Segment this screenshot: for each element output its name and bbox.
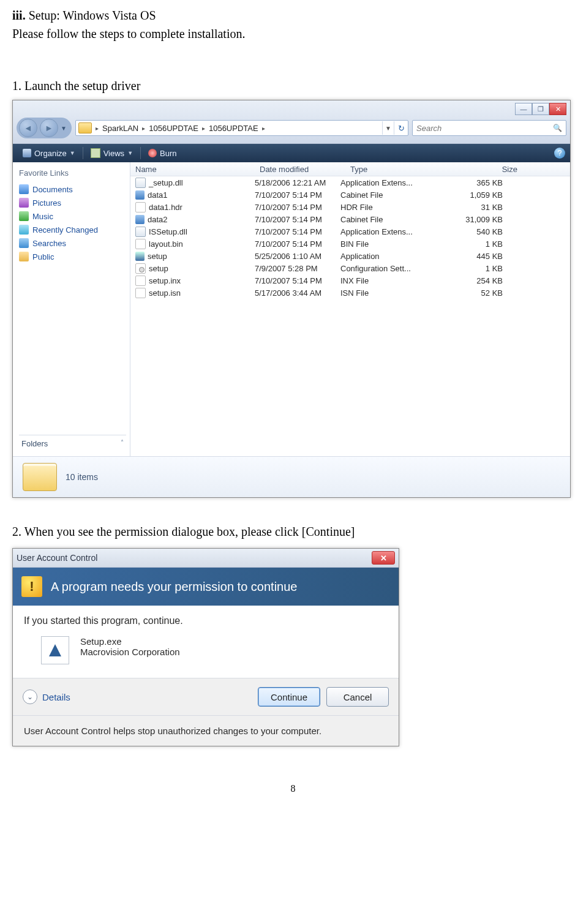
col-type[interactable]: Type xyxy=(345,165,445,174)
minimize-button[interactable]: — xyxy=(515,103,532,115)
file-date: 5/25/2006 1:10 AM xyxy=(255,252,340,261)
organize-button[interactable]: Organize ▼ xyxy=(18,149,80,158)
nav-buttons: ◄ ► ▼ xyxy=(17,118,72,138)
file-icon xyxy=(135,202,146,212)
details-label: Details xyxy=(42,692,70,702)
breadcrumb-item[interactable]: 1056UPDTAE xyxy=(206,124,261,133)
breadcrumb-item[interactable]: SparkLAN xyxy=(100,124,141,133)
close-button[interactable]: ✕ xyxy=(549,103,566,115)
file-name: data1 xyxy=(148,190,168,200)
chevron-right-icon: ▸ xyxy=(201,125,206,132)
window-controls: — ❐ ✕ xyxy=(17,103,566,115)
favorite-pictures[interactable]: Pictures xyxy=(19,196,126,209)
item-count: 10 items xyxy=(66,472,98,482)
heading-rest: Setup: Windows Vista OS xyxy=(26,9,156,22)
file-row[interactable]: setup5/25/2006 1:10 AMApplication445 KB xyxy=(130,250,570,262)
file-row[interactable]: setup.inx7/10/2007 5:14 PMINX File254 KB xyxy=(130,274,570,287)
uac-banner-text: A program needs your permission to conti… xyxy=(51,580,297,594)
address-bar[interactable]: ▸ SparkLAN ▸ 1056UPDTAE ▸ 1056UPDTAE ▸ ▼… xyxy=(75,120,408,136)
file-name: data2 xyxy=(148,215,168,224)
favorite-recent[interactable]: Recently Changed xyxy=(19,223,126,236)
favorite-music[interactable]: Music xyxy=(19,209,126,223)
chevron-down-icon: ⌄ xyxy=(23,689,37,704)
help-button[interactable]: ? xyxy=(554,148,565,159)
refresh-button[interactable]: ↻ xyxy=(394,121,408,135)
column-headers: Name Date modified Type Size xyxy=(130,162,570,176)
file-row[interactable]: _setup.dll5/18/2006 12:21 AMApplication … xyxy=(130,176,570,189)
nav-history-dropdown[interactable]: ▼ xyxy=(59,125,69,132)
favorite-documents[interactable]: Documents xyxy=(19,182,126,196)
pictures-icon xyxy=(19,198,29,208)
file-row[interactable]: setup.isn5/17/2006 3:44 AMISN File52 KB xyxy=(130,287,570,299)
exe-icon xyxy=(135,252,145,261)
file-row[interactable]: layout.bin7/10/2007 5:14 PMBIN File1 KB xyxy=(130,238,570,250)
file-row[interactable]: data17/10/2007 5:14 PMCabinet File1,059 … xyxy=(130,189,570,201)
dll-icon xyxy=(135,227,146,237)
file-date: 5/18/2006 12:21 AM xyxy=(255,178,340,187)
favorite-public[interactable]: Public xyxy=(19,250,126,263)
uac-button-row: ⌄ Details Continue Cancel xyxy=(13,678,399,716)
file-name: _setup.dll xyxy=(149,178,183,187)
cab-icon xyxy=(135,190,145,200)
file-row[interactable]: data1.hdr7/10/2007 5:14 PMHDR File31 KB xyxy=(130,201,570,213)
file-icon xyxy=(135,276,146,286)
details-toggle[interactable]: ⌄ Details xyxy=(23,689,70,704)
file-size: 254 KB xyxy=(435,276,515,285)
explorer-statusbar: 10 items xyxy=(13,456,570,497)
chevron-right-icon: ▸ xyxy=(94,125,100,132)
intro-text: Please follow the steps to complete inst… xyxy=(12,24,574,43)
dll-icon xyxy=(135,178,146,188)
folder-icon xyxy=(78,122,92,133)
file-date: 5/17/2006 3:44 AM xyxy=(255,288,340,298)
search-box[interactable]: 🔍 xyxy=(412,120,566,136)
file-icon xyxy=(135,288,146,298)
address-dropdown[interactable]: ▼ xyxy=(383,125,394,132)
file-row[interactable]: ISSetup.dll7/10/2007 5:14 PMApplication … xyxy=(130,225,570,238)
page-number: 8 xyxy=(12,783,574,794)
file-icon xyxy=(135,239,146,249)
breadcrumb-item[interactable]: 1056UPDTAE xyxy=(146,124,201,133)
folders-panel-toggle[interactable]: Folders ˄ xyxy=(19,435,126,452)
file-date: 7/10/2007 5:14 PM xyxy=(255,190,340,200)
file-type: Cabinet File xyxy=(340,215,435,224)
continue-button[interactable]: Continue xyxy=(258,687,320,707)
close-button[interactable]: ✕ xyxy=(372,551,395,565)
file-type: HDR File xyxy=(340,203,435,212)
fav-label: Music xyxy=(32,212,53,221)
file-type: Application Extens... xyxy=(340,178,435,187)
file-date: 7/10/2007 5:14 PM xyxy=(255,239,340,249)
burn-button[interactable]: Burn xyxy=(143,149,181,158)
file-type: Cabinet File xyxy=(340,190,435,200)
uac-body: If you started this program, continue. S… xyxy=(13,606,399,678)
program-company: Macrovision Corporation xyxy=(80,647,180,657)
search-input[interactable] xyxy=(413,123,540,133)
views-label: Views xyxy=(103,149,124,158)
ini-icon xyxy=(135,263,146,274)
maximize-button[interactable]: ❐ xyxy=(532,103,549,115)
forward-button[interactable]: ► xyxy=(40,119,58,137)
col-name[interactable]: Name xyxy=(130,165,255,174)
file-type: BIN File xyxy=(340,239,435,249)
file-date: 7/10/2007 5:14 PM xyxy=(255,215,340,224)
chevron-down-icon: ▼ xyxy=(70,150,75,156)
file-size: 445 KB xyxy=(435,252,515,261)
file-name: setup.isn xyxy=(149,288,181,298)
documents-icon xyxy=(19,184,29,194)
col-size[interactable]: Size xyxy=(445,165,530,174)
cancel-button[interactable]: Cancel xyxy=(326,687,389,707)
views-button[interactable]: Views ▼ xyxy=(86,148,138,158)
organize-label: Organize xyxy=(34,149,67,158)
chevron-right-icon: ▸ xyxy=(141,125,146,132)
chevron-right-icon: ▸ xyxy=(261,125,266,132)
separator xyxy=(83,147,83,159)
back-button[interactable]: ◄ xyxy=(19,119,37,137)
file-size: 365 KB xyxy=(435,178,515,187)
file-row[interactable]: setup7/9/2007 5:28 PMConfiguration Sett.… xyxy=(130,262,570,274)
uac-footer-text: User Account Control helps stop unauthor… xyxy=(13,716,399,746)
col-date[interactable]: Date modified xyxy=(255,165,345,174)
file-name: setup.inx xyxy=(149,276,181,285)
burn-icon xyxy=(148,149,157,157)
file-row[interactable]: data27/10/2007 5:14 PMCabinet File31,009… xyxy=(130,213,570,225)
section-heading: iii. Setup: Windows Vista OS xyxy=(12,6,574,24)
favorite-searches[interactable]: Searches xyxy=(19,236,126,250)
